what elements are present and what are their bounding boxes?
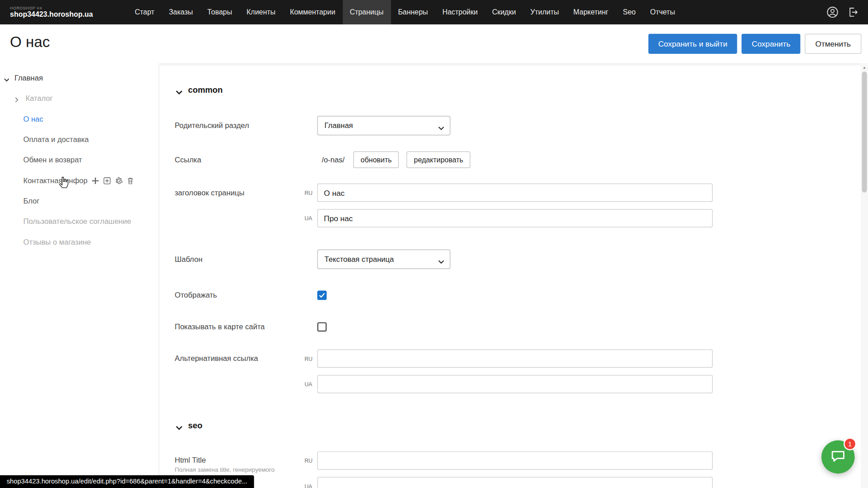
lang-ru-badge: RU: [304, 458, 313, 464]
sidebar-item-store-reviews[interactable]: Отзывы о магазине: [0, 232, 159, 252]
chevron-down-icon: [176, 422, 183, 427]
chat-bubble-icon: [830, 448, 846, 467]
parent-section-select[interactable]: Главная: [317, 116, 450, 135]
display-label: Отображать: [175, 291, 317, 299]
sidebar-item-label: Обмен и возврат: [24, 156, 82, 164]
scrollbar-thumb[interactable]: [862, 71, 867, 192]
sidebar-item-blog[interactable]: Блог: [0, 191, 159, 211]
display-checkbox[interactable]: [317, 291, 327, 300]
template-select[interactable]: Текстовая страница: [317, 250, 450, 269]
alt-link-ua-row: UA: [160, 375, 861, 393]
html-title-ru-row: Html Title Полная замена title, генериру…: [160, 451, 861, 469]
sidebar-item-label: Оплата и доставка: [24, 135, 89, 143]
section-seo-header[interactable]: seo: [160, 417, 861, 432]
sidebar-item-label: Контактная инфор: [24, 176, 88, 185]
lang-ua-badge: UA: [304, 381, 312, 387]
lang-ua-badge: UA: [304, 483, 312, 488]
html-title-ru-input[interactable]: [317, 451, 712, 469]
page-title-label: заголовок страницы: [175, 189, 317, 197]
nav-item-reports[interactable]: Отчеты: [643, 0, 682, 24]
page-title-ru-row: заголовок страницы RU: [160, 184, 861, 202]
page-header: О нас Сохранить и выйти Сохранить Отмени…: [0, 24, 868, 63]
nav-item-start[interactable]: Старт: [128, 0, 161, 24]
nav-item-clients[interactable]: Клиенты: [239, 0, 283, 24]
nav-item-comments[interactable]: Комментарии: [283, 0, 342, 24]
link-label: Ссылка: [175, 156, 317, 164]
refresh-link-button[interactable]: обновить: [353, 152, 399, 168]
alt-link-ru-row: Альтернативная ссылка RU: [160, 350, 861, 368]
html-title-hint: Полная замена title, генерируемого: [175, 466, 317, 473]
edit-link-button[interactable]: редактировать: [407, 152, 470, 168]
template-label: Шаблон: [175, 255, 317, 263]
sidebar-item-label: О нас: [24, 115, 43, 123]
section-title: seo: [188, 420, 203, 430]
account-icon[interactable]: [826, 6, 839, 18]
template-row: Шаблон Текстовая страница: [160, 250, 861, 269]
sidebar-item-home[interactable]: Главная: [0, 68, 159, 88]
save-and-exit-button[interactable]: Сохранить и выйти: [648, 34, 737, 54]
chat-notification-badge: 1: [844, 437, 856, 450]
delete-trash-icon[interactable]: [126, 177, 134, 185]
sidebar-item-exchange-return[interactable]: Обмен и возврат: [0, 150, 159, 170]
page-title: О нас: [10, 34, 50, 51]
chevron-down-icon: [176, 87, 183, 92]
sitemap-checkbox[interactable]: [317, 322, 327, 332]
page-title-ua-row: UA: [160, 209, 861, 227]
chevron-down-icon: [438, 123, 444, 128]
sidebar-item-user-agreement[interactable]: Пользовательское соглашение: [0, 211, 159, 232]
page: HOROSHOP V4 shop34423.horoshop.ua Старт …: [0, 0, 868, 488]
topbar-icons: [826, 6, 859, 18]
lang-ua-badge: UA: [304, 215, 312, 221]
add-page-icon[interactable]: [103, 177, 111, 185]
chevron-down-icon[interactable]: [4, 75, 9, 81]
sidebar-item-catalog[interactable]: Каталог: [0, 88, 159, 109]
parent-section-row: Родительский раздел Главная: [160, 116, 861, 135]
nav-item-pages[interactable]: Страницы: [342, 0, 391, 24]
main-form: common Родительский раздел Главная Ссылк…: [160, 63, 861, 488]
sidebar-item-label: Отзывы о магазине: [24, 238, 91, 246]
scrollbar-up-arrow[interactable]: ▲: [861, 63, 868, 71]
nav-item-marketing[interactable]: Маркетинг: [566, 0, 616, 24]
sidebar-item-payment-delivery[interactable]: Оплата и доставка: [0, 129, 159, 150]
save-button[interactable]: Сохранить: [742, 34, 800, 54]
status-url-tooltip: shop34423.horoshop.ua/edit/edit.php?id=6…: [0, 475, 254, 488]
chevron-right-icon[interactable]: [15, 96, 20, 101]
alt-link-ua-input[interactable]: [317, 375, 712, 393]
settings-gear-icon[interactable]: [115, 177, 123, 185]
logo[interactable]: HOROSHOP V4 shop34423.horoshop.ua: [10, 6, 128, 19]
section-common-header[interactable]: common: [160, 82, 861, 96]
nav-item-products[interactable]: Товары: [200, 0, 239, 24]
lang-ru-badge: RU: [304, 190, 313, 195]
tree-item-tools: [91, 177, 134, 185]
html-title-label-block: Html Title Полная замена title, генериру…: [175, 451, 317, 473]
nav-item-discounts[interactable]: Скидки: [485, 0, 523, 24]
parent-section-label: Родительский раздел: [175, 122, 317, 130]
page-title-ru-input[interactable]: [317, 184, 712, 202]
chat-launcher-button[interactable]: 1: [821, 441, 855, 474]
alt-link-ru-input[interactable]: [317, 350, 712, 368]
sidebar-item-label: Блог: [24, 197, 40, 205]
nav-item-seo[interactable]: Seo: [616, 0, 643, 24]
logout-icon[interactable]: [847, 6, 859, 18]
sitemap-label: Показывать в карте сайта: [175, 323, 317, 331]
display-row: Отображать: [160, 291, 861, 300]
cancel-button[interactable]: Отменить: [805, 34, 861, 54]
nav-item-orders[interactable]: Заказы: [161, 0, 200, 24]
logo-domain-label: shop34423.horoshop.ua: [10, 11, 128, 19]
page-title-ua-input[interactable]: [317, 209, 712, 227]
link-path-value: /o-nas/: [322, 156, 345, 164]
section-title: common: [188, 85, 223, 94]
top-navbar: HOROSHOP V4 shop34423.horoshop.ua Старт …: [0, 0, 868, 24]
move-icon[interactable]: [91, 177, 99, 185]
sidebar-item-contact-info[interactable]: Контактная инфор: [0, 170, 159, 190]
html-title-ua-input[interactable]: [317, 477, 712, 488]
alt-link-label: Альтернативная ссылка: [175, 355, 317, 363]
vertical-scrollbar[interactable]: ▲: [861, 63, 868, 488]
sidebar-item-about[interactable]: О нас: [0, 109, 159, 129]
selected-value: Текстовая страница: [324, 255, 394, 263]
nav-item-utilities[interactable]: Утилиты: [523, 0, 566, 24]
chevron-down-icon: [438, 257, 444, 261]
sidebar-item-label: Главная: [14, 74, 43, 82]
nav-item-settings[interactable]: Настройки: [435, 0, 485, 24]
nav-item-banners[interactable]: Баннеры: [391, 0, 435, 24]
